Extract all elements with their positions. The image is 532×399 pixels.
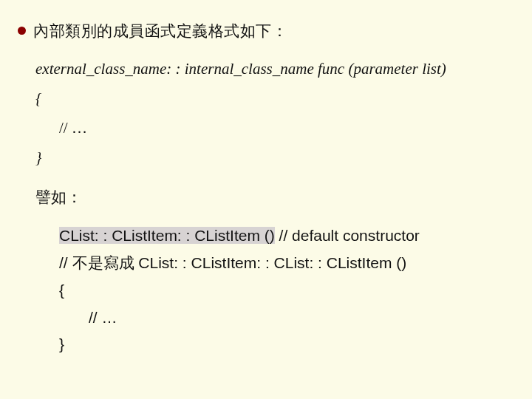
code-line-2-rest: CList: : CListItem: : CList: : CListItem… [138, 254, 406, 271]
bullet-row: 內部類別的成員函式定義格式如下： [18, 21, 532, 41]
syntax-close-brace: } [35, 143, 532, 173]
code-inner-comment: // … [89, 304, 532, 332]
code-line-2-slash: // [59, 254, 72, 271]
syntax-open-brace: { [35, 84, 532, 114]
syntax-line: external_class_name: : internal_class_na… [35, 55, 532, 84]
code-line-1-highlight: CList: : CListItem: : CListItem () [59, 227, 275, 244]
code-line-2: // 不是寫成 CList: : CListItem: : CList: : C… [59, 250, 532, 277]
code-line-1-rest: // default constructor [275, 227, 420, 244]
bullet-icon [18, 27, 26, 35]
code-open-brace: { [59, 277, 532, 304]
code-close-brace: } [59, 331, 532, 358]
code-block: CList: : CListItem: : CListItem () // de… [59, 222, 532, 358]
syntax-comment: // … [59, 114, 532, 143]
code-line-2-cjk: 不是寫成 [72, 254, 139, 271]
example-label: 譬如： [35, 183, 532, 213]
slide: 內部類別的成員函式定義格式如下： external_class_name: : … [0, 0, 532, 399]
bullet-text: 內部類別的成員函式定義格式如下： [33, 21, 287, 41]
code-line-1: CList: : CListItem: : CListItem () // de… [59, 222, 532, 250]
